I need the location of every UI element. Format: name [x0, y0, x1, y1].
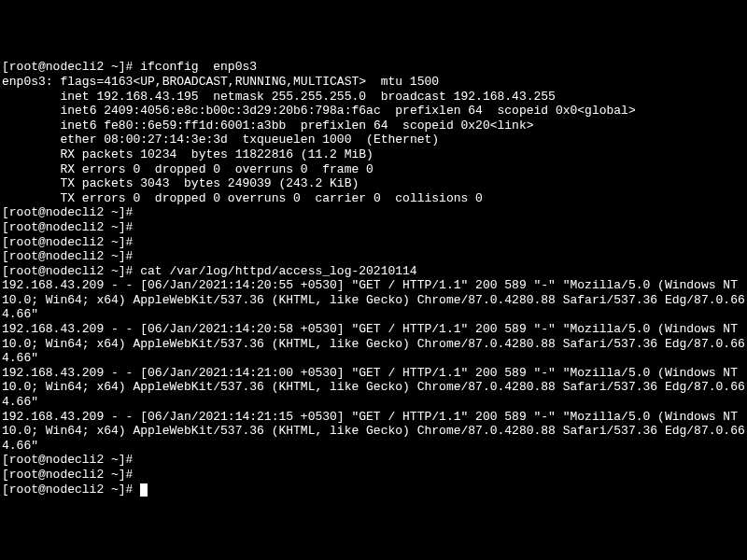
terminal-line: inet 192.168.43.195 netmask 255.255.255.…	[2, 90, 745, 105]
terminal-line: [root@nodecli2 ~]#	[2, 453, 745, 468]
terminal-line: 192.168.43.209 - - [06/Jan/2021:14:20:55…	[2, 278, 745, 322]
terminal-line: [root@nodecli2 ~]#	[2, 483, 745, 497]
terminal-line: enp0s3: flags=4163<UP,BROADCAST,RUNNING,…	[2, 75, 745, 90]
terminal-line: [root@nodecli2 ~]#	[2, 249, 745, 264]
terminal-line: 192.168.43.209 - - [06/Jan/2021:14:21:15…	[2, 410, 745, 454]
terminal-line: 192.168.43.209 - - [06/Jan/2021:14:20:58…	[2, 322, 745, 366]
terminal-line: [root@nodecli2 ~]#	[2, 220, 745, 235]
terminal-line: [root@nodecli2 ~]# cat /var/log/httpd/ac…	[2, 264, 745, 279]
terminal-line: ether 08:00:27:14:3e:3d txqueuelen 1000 …	[2, 133, 745, 147]
terminal-line: [root@nodecli2 ~]#	[2, 235, 745, 250]
terminal-output[interactable]: [root@nodecli2 ~]# ifconfig enp0s3enp0s3…	[2, 60, 745, 497]
terminal-line: inet6 fe80::6e59:ff1d:6001:a3bb prefixle…	[2, 119, 745, 133]
terminal-line: TX packets 3043 bytes 249039 (243.2 KiB)	[2, 176, 745, 191]
terminal-line: RX packets 10234 bytes 11822816 (11.2 Mi…	[2, 147, 745, 162]
terminal-line: TX errors 0 dropped 0 overruns 0 carrier…	[2, 191, 745, 206]
terminal-line: [root@nodecli2 ~]# ifconfig enp0s3	[2, 60, 745, 75]
terminal-line: [root@nodecli2 ~]#	[2, 468, 745, 483]
terminal-line: inet6 2409:4056:e8c:b00c:3d29:20b6:798a:…	[2, 104, 745, 119]
terminal-line: RX errors 0 dropped 0 overruns 0 frame 0	[2, 162, 745, 177]
terminal-line: 192.168.43.209 - - [06/Jan/2021:14:21:00…	[2, 366, 745, 410]
cursor	[140, 483, 148, 497]
terminal-line: [root@nodecli2 ~]#	[2, 205, 745, 220]
